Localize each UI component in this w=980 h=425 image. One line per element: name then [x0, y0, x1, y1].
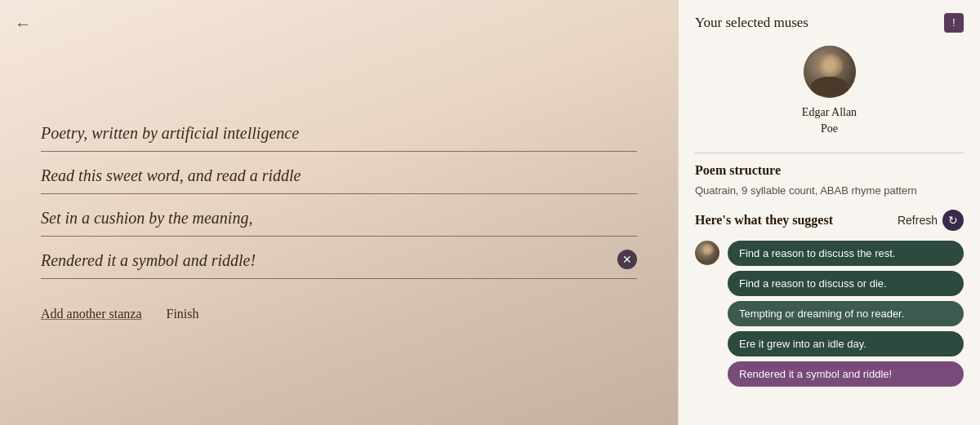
finish-button[interactable]: Finish: [167, 307, 199, 321]
suggestion-pill-1[interactable]: Find a reason to discuss the rest.: [728, 241, 964, 266]
muses-header: Your selected muses !: [695, 13, 964, 33]
poem-editor-panel: ← ✕ Add another stanza Finish: [0, 0, 678, 425]
poem-lines-container: ✕: [41, 113, 637, 282]
bottom-actions: Add another stanza Finish: [41, 307, 637, 321]
refresh-icon: ↻: [942, 210, 964, 231]
clear-line-button[interactable]: ✕: [617, 250, 637, 269]
muse-avatar-section: Edgar Allan Poe: [695, 46, 964, 136]
muse-name: Edgar Allan Poe: [802, 104, 857, 136]
suggestion-pill-2[interactable]: Find a reason to discuss or die.: [728, 271, 964, 296]
poem-line-wrapper-2: [41, 155, 637, 194]
poem-structure-desc: Quatrain, 9 syllable count, ABAB rhyme p…: [695, 184, 964, 197]
suggestion-row-1: Find a reason to discuss the rest. Find …: [695, 241, 964, 387]
selected-muses-title: Your selected muses: [695, 15, 808, 31]
suggestion-avatar: [695, 241, 719, 265]
refresh-button[interactable]: Refresh ↻: [898, 210, 964, 231]
suggestion-pill-5[interactable]: Rendered it a symbol and riddle!: [728, 361, 964, 387]
refresh-label: Refresh: [898, 214, 938, 227]
poem-line-wrapper-4: ✕: [41, 240, 637, 279]
poem-structure-label: Poem structure: [695, 163, 964, 178]
poem-line-wrapper-3: [41, 197, 637, 237]
divider-1: [695, 153, 964, 153]
suggestion-pills-group: Find a reason to discuss the rest. Find …: [728, 241, 964, 387]
suggestions-list: Find a reason to discuss the rest. Find …: [695, 241, 964, 387]
poem-line-1[interactable]: [41, 113, 637, 152]
poem-line-wrapper-1: [41, 113, 637, 152]
poem-line-4[interactable]: [41, 240, 637, 279]
muses-panel: Your selected muses ! Edgar Allan Poe Po…: [678, 0, 980, 425]
suggestion-pill-4[interactable]: Ere it grew into an idle day.: [728, 331, 964, 356]
suggestions-header: Here's what they suggest Refresh ↻: [695, 210, 964, 231]
suggestion-pill-3[interactable]: Tempting or dreaming of no reader.: [728, 301, 964, 326]
muse-avatar-image: [804, 46, 856, 98]
info-button[interactable]: !: [944, 13, 964, 33]
back-button[interactable]: ←: [15, 15, 31, 33]
muse-avatar: [804, 46, 856, 98]
add-stanza-button[interactable]: Add another stanza: [41, 307, 142, 321]
poem-line-2[interactable]: [41, 155, 637, 194]
suggestions-label: Here's what they suggest: [695, 213, 833, 228]
poem-line-3[interactable]: [41, 197, 637, 237]
clear-icon: ✕: [622, 253, 632, 266]
